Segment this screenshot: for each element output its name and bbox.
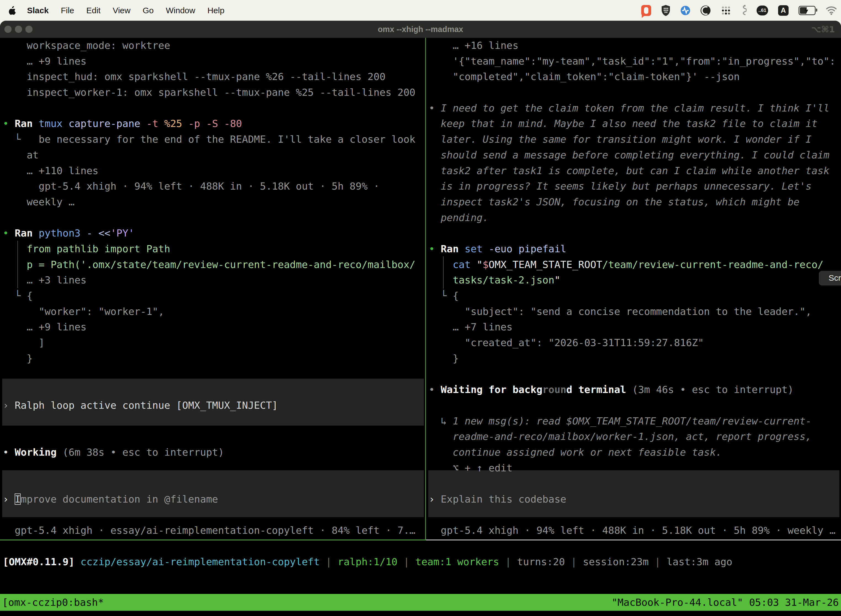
- terminal-row: • Waiting for background terminal (3m 46…: [429, 382, 840, 398]
- terminal-row: workspace_mode: worktree: [3, 38, 424, 54]
- terminal-row: … +16 lines: [429, 38, 840, 54]
- terminal-row: … +9 lines: [3, 319, 424, 335]
- terminal-row: • I need to get the claim token from the…: [429, 100, 840, 116]
- menu-file[interactable]: File: [61, 6, 74, 15]
- terminal-row: └ {: [429, 288, 840, 304]
- terminal-row: • Ran set -euo pipefail: [429, 241, 840, 257]
- squiggle-icon[interactable]: [741, 5, 747, 16]
- pulse-icon[interactable]: [680, 6, 690, 15]
- terminal-row: inspect_hud: omx sparkshell --tmux-pane …: [3, 69, 424, 85]
- terminal-row: [3, 382, 424, 398]
- screen-tooltip: Scre: [819, 271, 841, 285]
- terminal-row: gpt-5.4 xhigh · essay/ai-reimplementatio…: [3, 523, 424, 538]
- chat-app-icon[interactable]: [641, 5, 651, 16]
- terminal-row: "completed","claim_token":"claim-token"}…: [429, 69, 840, 85]
- tmux-session-label: [omx-cczip0:bash*: [2, 594, 104, 611]
- terminal-row: • Ran tmux capture-pane -t %25 -p -S -80: [3, 116, 424, 132]
- menu-go[interactable]: Go: [143, 6, 154, 15]
- left-pane-bottom-border: [0, 540, 426, 540]
- terminal-row: [429, 226, 840, 241]
- terminal-row: inspect_worker-1: omx sparkshell --tmux-…: [3, 85, 424, 100]
- terminal-row: [OMX#0.11.9] cczip/essay/ai-reimplementa…: [3, 554, 732, 570]
- terminal-row: › Ralph loop active continue [OMX_TMUX_I…: [3, 398, 424, 414]
- terminal-pane-left[interactable]: workspace_mode: worktree … +9 lines insp…: [3, 38, 424, 538]
- terminal-row: [429, 85, 840, 100]
- menu-help[interactable]: Help: [208, 6, 224, 15]
- terminal-row: [3, 461, 424, 476]
- window-title: omx --xhigh --madmax: [0, 21, 841, 38]
- terminal-row: [429, 366, 840, 382]
- terminal-row: gpt-5.4 xhigh · 94% left · 488K in · 5.1…: [3, 179, 424, 194]
- menu-edit[interactable]: Edit: [86, 6, 101, 15]
- menu-bar: Slack File Edit View Go Window Help ..61…: [0, 0, 841, 21]
- crescent-icon[interactable]: [700, 5, 711, 16]
- terminal-row: "worker": "worker-1",: [3, 304, 424, 320]
- terminal-row: [429, 507, 840, 523]
- right-pane-bottom-border: [426, 540, 841, 540]
- terminal-row: }: [3, 351, 424, 367]
- tmux-host-clock: "MacBook-Pro-44.local" 05:03 31-Mar-26: [611, 594, 839, 611]
- terminal-row: [3, 507, 424, 523]
- omx-status-line: [OMX#0.11.9] cczip/essay/ai-reimplementa…: [3, 554, 732, 570]
- keyboard-layout-icon[interactable]: A: [778, 5, 788, 16]
- terminal-row: ↳ 1 new msg(s): read $OMX_TEAM_STATE_ROO…: [429, 414, 840, 429]
- terminal-row: task2 after task1 is complete, but can I…: [429, 163, 840, 179]
- status-tray: ..61 A: [641, 0, 837, 21]
- menu-app-name[interactable]: Slack: [27, 6, 48, 15]
- terminal-row: └ {: [3, 288, 424, 304]
- terminal-row: gpt-5.4 xhigh · 94% left · 488K in · 5.1…: [429, 523, 840, 538]
- terminal-row: › Explain this codebase: [429, 491, 840, 507]
- terminal-row: … +3 lines: [3, 273, 424, 288]
- terminal-row: [3, 366, 424, 382]
- terminal-row: readme-and-reco/mailbox/worker-1.json, a…: [429, 429, 840, 444]
- apple-logo-icon[interactable]: [9, 6, 16, 15]
- terminal-row: [3, 476, 424, 491]
- terminal-row: at: [3, 147, 424, 163]
- terminal-row: is in progress? It seems likely but perh…: [429, 179, 840, 194]
- tmux-status-bar[interactable]: [omx-cczip0:bash* "MacBook-Pro-44.local"…: [0, 594, 841, 611]
- terminal-row: … +110 lines: [3, 163, 424, 179]
- terminal-window: omx --xhigh --madmax ⌥⌘1 workspace_mode:…: [0, 21, 841, 616]
- count-badge-icon[interactable]: ..61: [757, 6, 768, 15]
- terminal-row: [3, 100, 424, 116]
- battery-icon[interactable]: [799, 6, 816, 15]
- terminal-row: cat "$OMX_TEAM_STATE_ROOT/team/review-cu…: [429, 257, 840, 273]
- pane-divider[interactable]: [425, 38, 426, 540]
- terminal-row: }: [429, 351, 840, 367]
- terminal-row: p = Path('.omx/state/team/review-current…: [3, 257, 424, 273]
- terminal-row: '{"team_name":"my-team","task_id":"1","f…: [429, 54, 840, 69]
- terminal-row: [3, 429, 424, 444]
- terminal-row: tasks/task-2.json": [429, 273, 840, 288]
- terminal-row: pending.: [429, 210, 840, 226]
- terminal-pane-right[interactable]: … +16 lines '{"team_name":"my-team","tas…: [429, 38, 840, 538]
- terminal-row: • Working (6m 38s • esc to interrupt): [3, 444, 424, 461]
- window-shortcut-hint: ⌥⌘1: [811, 21, 835, 38]
- terminal-row: keep that in mind. Maybe I also need the…: [429, 116, 840, 132]
- terminal-row: "created_at": "2026-03-31T11:59:27.816Z": [429, 335, 840, 351]
- terminal-row: inspect task2's JSON, focusing on the st…: [429, 194, 840, 210]
- terminal-row: › Improve documentation in @filename: [3, 491, 424, 507]
- dots-grid-icon[interactable]: [721, 5, 731, 16]
- terminal-row: [429, 398, 840, 414]
- terminal-row: continue assigned work or next feasible …: [429, 444, 840, 461]
- terminal-row: ]: [3, 335, 424, 351]
- terminal-row: [3, 414, 424, 429]
- terminal-row: from pathlib import Path: [3, 241, 424, 257]
- terminal-row: └ be necessary for the end of the README…: [3, 132, 424, 147]
- terminal-row: should send a message before completing …: [429, 147, 840, 163]
- terminal-row: "subject": "send a concise recommendatio…: [429, 304, 840, 320]
- wifi-icon[interactable]: [826, 6, 837, 15]
- terminal-row: • Ran python3 - <<'PY': [3, 226, 424, 241]
- terminal-row: [3, 210, 424, 226]
- terminal-row: [429, 476, 840, 491]
- terminal-row: … +7 lines: [429, 319, 840, 335]
- window-titlebar[interactable]: omx --xhigh --madmax ⌥⌘1: [0, 21, 841, 38]
- terminal-row: later. Using the same for transition mig…: [429, 132, 840, 147]
- shield-icon[interactable]: [661, 5, 671, 16]
- menu-window[interactable]: Window: [166, 6, 195, 15]
- terminal-row: … +9 lines: [3, 54, 424, 69]
- terminal-row: ⌥ + ↑ edit: [429, 461, 840, 476]
- terminal-row: weekly …: [3, 194, 424, 210]
- menu-view[interactable]: View: [113, 6, 130, 15]
